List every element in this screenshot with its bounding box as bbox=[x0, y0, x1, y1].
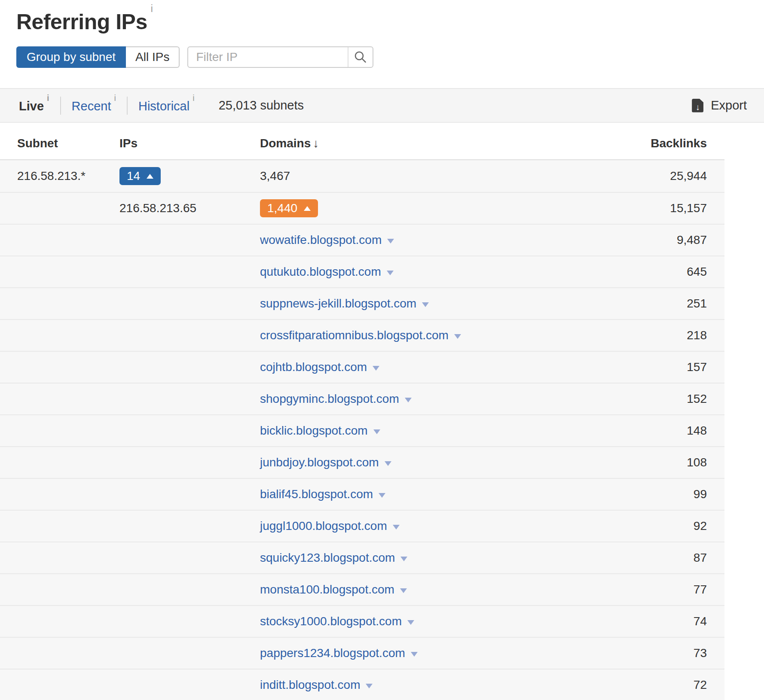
page-title-text: Referring IPs bbox=[16, 10, 147, 34]
domain-row: inditt.blogspot.com72 bbox=[0, 669, 724, 700]
controls-row: Group by subnet All IPs bbox=[16, 46, 373, 68]
domains-count-value: 3,467 bbox=[260, 169, 290, 183]
domain-link[interactable]: bialif45.blogspot.com bbox=[260, 487, 373, 501]
domain-dropdown-caret-icon[interactable] bbox=[387, 239, 394, 243]
backlinks-value: 15,157 bbox=[670, 201, 707, 215]
backlinks-value: 218 bbox=[687, 329, 707, 342]
domain-row: bialif45.blogspot.com99 bbox=[0, 478, 724, 510]
domain-dropdown-caret-icon[interactable] bbox=[373, 366, 379, 371]
backlinks-value: 74 bbox=[694, 615, 707, 628]
domain-link[interactable]: qutukuto.blogspot.com bbox=[260, 265, 381, 278]
domain-dropdown-caret-icon[interactable] bbox=[411, 652, 418, 657]
ip-value: 216.58.213.65 bbox=[119, 201, 196, 215]
tab-recent[interactable]: Recenti bbox=[72, 98, 116, 113]
domain-dropdown-caret-icon[interactable] bbox=[454, 334, 461, 339]
domain-row: stocksy1000.blogspot.com74 bbox=[0, 605, 724, 637]
domain-row: squicky123.blogspot.com87 bbox=[0, 542, 724, 573]
sort-desc-icon: ↓ bbox=[313, 137, 319, 150]
domain-dropdown-caret-icon[interactable] bbox=[373, 429, 380, 434]
domain-link[interactable]: crossfitparatiomnibus.blogspot.com bbox=[260, 329, 449, 342]
backlinks-value: 25,944 bbox=[670, 169, 707, 183]
domain-dropdown-caret-icon[interactable] bbox=[366, 684, 373, 688]
domain-dropdown-caret-icon[interactable] bbox=[422, 302, 429, 307]
collapse-arrow-icon bbox=[304, 206, 311, 211]
live-info-icon[interactable]: i bbox=[47, 93, 49, 103]
search-icon bbox=[354, 50, 367, 64]
backlinks-value: 9,487 bbox=[677, 233, 707, 247]
domain-dropdown-caret-icon[interactable] bbox=[400, 588, 407, 593]
recent-info-icon[interactable]: i bbox=[114, 93, 116, 103]
tab-divider bbox=[127, 97, 128, 115]
tab-historical[interactable]: Historicali bbox=[138, 98, 195, 113]
domain-row: shopgyminc.blogspot.com152 bbox=[0, 383, 724, 414]
backlinks-value: 77 bbox=[694, 583, 707, 597]
domain-link[interactable]: cojhtb.blogspot.com bbox=[260, 360, 367, 374]
domain-row: qutukuto.blogspot.com645 bbox=[0, 256, 724, 287]
title-info-icon[interactable]: i bbox=[151, 3, 153, 14]
table-body: 216.58.213.*143,46725,944216.58.213.651,… bbox=[0, 160, 724, 700]
domain-dropdown-caret-icon[interactable] bbox=[405, 398, 412, 402]
backlinks-value: 108 bbox=[687, 456, 707, 469]
subnet-count: 25,013 subnets bbox=[219, 98, 304, 113]
tab-divider bbox=[60, 97, 61, 115]
historical-info-icon[interactable]: i bbox=[193, 93, 194, 103]
backlinks-value: 72 bbox=[694, 678, 707, 692]
filter-ip-input[interactable] bbox=[188, 47, 348, 67]
domain-row: junbdjoy.blogspot.com108 bbox=[0, 446, 724, 478]
ips-collapse-badge[interactable]: 14 bbox=[119, 167, 161, 185]
backlinks-value: 73 bbox=[694, 646, 707, 660]
column-header-backlinks[interactable]: Backlinks bbox=[651, 137, 707, 150]
search-button[interactable] bbox=[348, 47, 373, 67]
domain-link[interactable]: suppnews-jekill.blogspot.com bbox=[260, 297, 416, 310]
subnet-row: 216.58.213.*143,46725,944 bbox=[0, 160, 724, 192]
column-header-ips[interactable]: IPs bbox=[119, 137, 138, 150]
domain-dropdown-caret-icon[interactable] bbox=[407, 620, 414, 625]
domain-link[interactable]: stocksy1000.blogspot.com bbox=[260, 615, 402, 628]
backlinks-value: 152 bbox=[687, 392, 707, 406]
table-header: Subnet IPs Domains↓ Backlinks bbox=[0, 123, 724, 160]
backlinks-value: 645 bbox=[687, 265, 707, 279]
domain-link[interactable]: junbdjoy.blogspot.com bbox=[260, 456, 379, 469]
export-icon: ↓ bbox=[692, 99, 703, 113]
group-by-subnet-button[interactable]: Group by subnet bbox=[16, 46, 126, 68]
domain-link[interactable]: juggl1000.blogspot.com bbox=[260, 519, 387, 533]
column-header-subnet[interactable]: Subnet bbox=[17, 137, 58, 150]
domain-row: monsta100.blogspot.com77 bbox=[0, 573, 724, 605]
view-tabbar: Livei Recenti Historicali 25,013 subnets… bbox=[0, 88, 764, 123]
domain-link[interactable]: pappers1234.blogspot.com bbox=[260, 646, 405, 660]
all-ips-button[interactable]: All IPs bbox=[126, 46, 180, 68]
domain-row: wowatife.blogspot.com9,487 bbox=[0, 224, 724, 256]
tab-live[interactable]: Livei bbox=[19, 98, 49, 113]
ip-row: 216.58.213.651,44015,157 bbox=[0, 192, 724, 224]
domain-dropdown-caret-icon[interactable] bbox=[385, 461, 391, 466]
domain-link[interactable]: wowatife.blogspot.com bbox=[260, 233, 382, 247]
domain-link[interactable]: monsta100.blogspot.com bbox=[260, 583, 394, 596]
backlinks-value: 251 bbox=[687, 297, 707, 310]
domain-row: cojhtb.blogspot.com157 bbox=[0, 351, 724, 383]
domain-row: juggl1000.blogspot.com92 bbox=[0, 510, 724, 542]
domain-link[interactable]: inditt.blogspot.com bbox=[260, 678, 360, 691]
backlinks-value: 87 bbox=[694, 551, 707, 565]
column-header-domains[interactable]: Domains↓ bbox=[260, 137, 319, 150]
page-title: Referring IPsi bbox=[16, 9, 153, 34]
export-label: Export bbox=[711, 98, 747, 113]
backlinks-value: 148 bbox=[687, 424, 707, 438]
backlinks-value: 99 bbox=[694, 487, 707, 501]
domain-link[interactable]: shopgyminc.blogspot.com bbox=[260, 392, 399, 405]
domain-dropdown-caret-icon[interactable] bbox=[387, 271, 394, 275]
export-button[interactable]: ↓ Export bbox=[692, 98, 747, 113]
collapse-arrow-icon bbox=[147, 174, 153, 179]
group-mode-toggle: Group by subnet All IPs bbox=[16, 46, 180, 68]
domains-collapse-badge[interactable]: 1,440 bbox=[260, 199, 318, 217]
filter-ip-control bbox=[187, 46, 373, 68]
domain-row: pappers1234.blogspot.com73 bbox=[0, 637, 724, 669]
backlinks-value: 157 bbox=[687, 360, 707, 374]
domain-link[interactable]: squicky123.blogspot.com bbox=[260, 551, 395, 564]
domain-dropdown-caret-icon[interactable] bbox=[400, 557, 407, 561]
domain-row: suppnews-jekill.blogspot.com251 bbox=[0, 287, 724, 319]
domain-dropdown-caret-icon[interactable] bbox=[393, 525, 400, 530]
domain-row: bicklic.blogspot.com148 bbox=[0, 414, 724, 446]
domain-dropdown-caret-icon[interactable] bbox=[379, 493, 385, 498]
domain-link[interactable]: bicklic.blogspot.com bbox=[260, 424, 368, 437]
backlinks-value: 92 bbox=[694, 519, 707, 533]
